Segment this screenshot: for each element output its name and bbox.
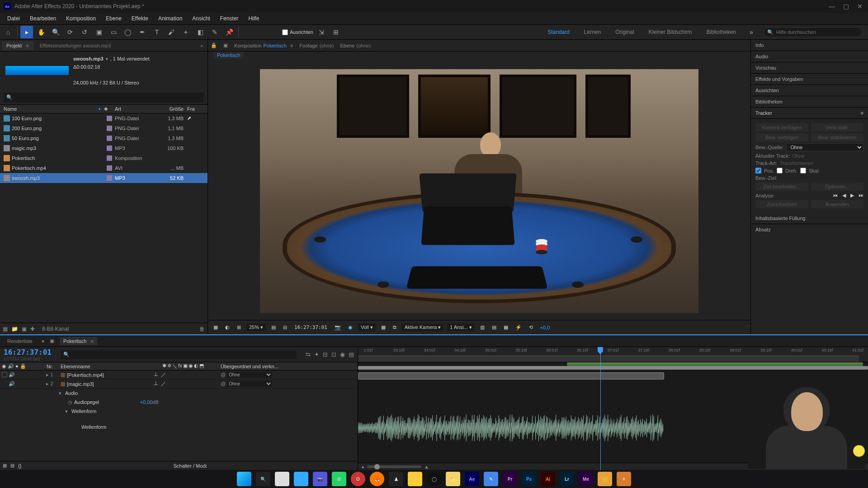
ruler-tick[interactable]: 34:16f xyxy=(454,348,466,352)
taskbar-whatsapp[interactable]: ✆ xyxy=(332,472,346,486)
folder-icon[interactable]: 📁 xyxy=(11,326,18,332)
taskbar-premiere[interactable]: Pr xyxy=(503,472,517,486)
playhead[interactable] xyxy=(600,347,601,470)
taskbar-app[interactable]: ▼ xyxy=(617,472,631,486)
region-icon[interactable]: ⧉ xyxy=(391,324,398,331)
bpc-label[interactable]: 8-Bit-Kanal xyxy=(42,326,69,332)
workspace-original[interactable]: Original xyxy=(608,26,641,38)
frame-blend-icon[interactable]: ⊡ xyxy=(331,351,336,358)
hand-tool[interactable]: ✋ xyxy=(35,26,47,38)
taskbar-search[interactable]: 🔍 xyxy=(256,472,270,486)
panel-vorschau[interactable]: Vorschau xyxy=(751,62,868,74)
zoom-select[interactable]: 25% ▾ xyxy=(246,324,266,331)
ruler-tick[interactable]: 41:01f xyxy=(852,348,863,352)
clone-tool[interactable]: ⌖ xyxy=(179,26,192,38)
interpret-icon[interactable]: ▦ xyxy=(3,326,8,332)
menu-fenster[interactable]: Fenster xyxy=(216,14,243,23)
exposure-value[interactable]: +0,0 xyxy=(538,324,552,331)
panel-overflow-icon[interactable]: » xyxy=(198,43,206,48)
project-item[interactable]: 100 Euro.png PNG-Datei1,3 MB⬈ xyxy=(0,113,208,123)
ruler-tick[interactable]: 39:01f xyxy=(730,348,741,352)
parent-select[interactable]: Ohne xyxy=(227,381,272,387)
panel-menu-icon[interactable]: ≡ xyxy=(26,43,28,48)
menu-datei[interactable]: Datei xyxy=(3,14,24,23)
menu-bearbeiten[interactable]: Bearbeiten xyxy=(25,14,61,23)
taskbar-app[interactable] xyxy=(275,472,289,486)
audio-level-label[interactable]: Audiopegel xyxy=(74,399,99,405)
panel-ausrichten[interactable]: Ausrichten xyxy=(751,85,868,96)
comp-flow-icon[interactable]: ⇆ xyxy=(306,351,311,358)
camera-tool[interactable]: ▣ xyxy=(93,26,105,38)
col-type[interactable]: Art xyxy=(115,106,156,112)
res-icon[interactable]: ▤ xyxy=(269,324,278,331)
pickwhip-icon[interactable]: @ xyxy=(221,381,226,386)
project-search[interactable]: 🔍 xyxy=(4,93,204,103)
tab-render-queue[interactable]: Renderliste xyxy=(4,337,36,345)
taskbar-app[interactable]: 📷 xyxy=(313,472,327,486)
shy-icon[interactable]: ⊟ xyxy=(323,351,328,358)
taskbar-opera[interactable]: O xyxy=(351,472,365,486)
ruler-tick[interactable]: 40:16f xyxy=(821,348,833,352)
transparency-icon[interactable]: ▦ xyxy=(379,324,387,331)
maximize-button[interactable]: ▢ xyxy=(843,3,849,10)
new-comp-icon[interactable]: ▣ xyxy=(22,326,27,332)
channel-icon[interactable]: ◉ xyxy=(346,324,354,331)
panel-bibliotheken[interactable]: Bibliotheken xyxy=(751,96,868,108)
graph-icon[interactable]: ▤ xyxy=(349,351,354,358)
switches-label[interactable]: Schalter / Modi xyxy=(173,463,206,469)
tab-project[interactable]: Projekt ≡ xyxy=(2,41,33,50)
menu-ansicht[interactable]: Ansicht xyxy=(188,14,214,23)
exposure-reset-icon[interactable]: ⟲ xyxy=(527,324,535,331)
close-button[interactable]: ✕ xyxy=(857,3,863,10)
timeline-search[interactable]: 🔍 xyxy=(61,350,297,359)
snap-opts-icon[interactable]: ⇲ xyxy=(315,26,328,38)
col-size[interactable]: Größe xyxy=(156,106,187,112)
draft3d-icon[interactable]: ✦ xyxy=(314,351,319,358)
view3-icon[interactable]: ▦ xyxy=(502,324,510,331)
lock-icon[interactable]: 🔒 xyxy=(211,42,217,48)
track-src-select[interactable]: Ohne xyxy=(786,143,863,151)
zoom-out-icon[interactable]: ▴ xyxy=(362,464,364,469)
rect-tool[interactable]: ▭ xyxy=(107,26,120,38)
zoom-tool[interactable]: 🔍 xyxy=(49,26,62,38)
speaker-icon[interactable]: 🔊 xyxy=(9,372,15,378)
workspace-lernen[interactable]: Lernen xyxy=(577,26,608,38)
guides-icon[interactable]: ⊞ xyxy=(235,324,243,331)
ellipse-tool[interactable]: ◯ xyxy=(122,26,134,38)
ruler-tick[interactable]: 36:16f xyxy=(577,348,588,352)
taskbar-illustrator[interactable]: Ai xyxy=(541,472,555,486)
view2-icon[interactable]: ▤ xyxy=(490,324,498,331)
brush-tool[interactable]: 🖌 xyxy=(165,26,178,38)
alpha-icon[interactable]: ▦ xyxy=(212,324,220,331)
fast-preview-icon[interactable]: ⚡ xyxy=(514,324,524,331)
taskbar-media-encoder[interactable]: Me xyxy=(579,472,593,486)
twirl-icon[interactable]: ▾ xyxy=(65,408,71,414)
panel-info[interactable]: Info xyxy=(751,40,868,51)
ruler-tick[interactable]: 1:01f xyxy=(364,348,373,352)
project-item[interactable]: magic.mp3 MP3100 KB xyxy=(0,143,208,153)
tab-composition[interactable]: Komposition Pokertisch ≡ xyxy=(234,43,293,48)
parent-select[interactable]: Ohne xyxy=(227,372,272,378)
minimize-button[interactable]: — xyxy=(829,3,835,10)
windows-taskbar[interactable]: 🔍 📷 ✆ O 🦊 ♟ ✎ ◯ 📁 Ae ✎ Pr Ps Ai Lr Me 👑 … xyxy=(0,470,868,488)
rotate-tool[interactable]: ↺ xyxy=(78,26,91,38)
panel-effekte-und-vorgaben[interactable]: Effekte und Vorgaben xyxy=(751,74,868,85)
clip-video[interactable] xyxy=(358,366,868,370)
help-search-input[interactable] xyxy=(776,29,859,35)
ruler-tick[interactable]: 40:01f xyxy=(791,348,802,352)
tab-effect-controls[interactable]: Effekteinstellungen swoosh.mp3 xyxy=(35,41,116,50)
tab-footage[interactable]: Footage (ohne) xyxy=(299,43,334,48)
snap-grid-icon[interactable]: ⊞ xyxy=(330,26,342,38)
workspace-kleiner-bildschirm[interactable]: Kleiner Bildschirm xyxy=(642,26,699,38)
toggle-modes-icon[interactable]: ⊟ xyxy=(10,463,14,469)
pickwhip-icon[interactable]: @ xyxy=(221,372,226,377)
audio-level-value[interactable]: +0,00 xyxy=(140,399,153,405)
pen-tool[interactable]: ✒ xyxy=(136,26,149,38)
puppet-tool[interactable]: 📌 xyxy=(223,26,236,38)
panel-content-fill[interactable]: Inhaltsbasierte Füllung xyxy=(751,213,868,224)
mask-icon[interactable]: ◐ xyxy=(223,324,231,331)
project-item[interactable]: 50 Euro.png PNG-Datei1,3 MB xyxy=(0,133,208,143)
taskbar-lightroom[interactable]: Lr xyxy=(560,472,574,486)
panel-menu-icon[interactable]: ≡ xyxy=(861,110,863,116)
ruler-tick[interactable]: 35:16f xyxy=(515,348,527,352)
